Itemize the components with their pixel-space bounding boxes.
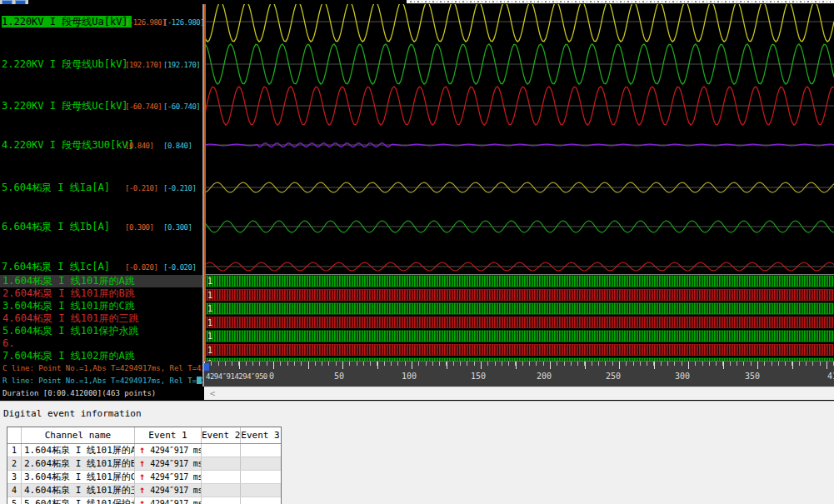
row-index: 1 (7, 444, 22, 457)
digital-channel-row[interactable]: 7.604柘泉 I 线102屏的A跳 (0, 350, 202, 362)
analog-channel-label[interactable]: 1.220KV I 段母线Ua[kV] (2, 16, 132, 27)
analog-channel-value-c: [-0.020] (125, 262, 157, 272)
header-event-2: Event 2 (202, 427, 241, 443)
event-section-title: Digital event information (3, 408, 142, 419)
header-channel-name: Channel name (22, 427, 135, 443)
c-cursor-status: C line: Point No.=1,Abs T=4294917ms, Rel… (0, 363, 202, 374)
analog-channel-value-c: [0.300] (125, 222, 153, 232)
header-index (7, 427, 22, 443)
time-ruler[interactable]: 4294″914294″950 0 50 100 150 200 250 300… (204, 361, 834, 387)
waveform-canvas[interactable]: 1111111 (204, 4, 834, 361)
analog-channel-value-r: [-126.980] (163, 17, 202, 27)
row-event-2 (202, 444, 241, 457)
analog-channel-row[interactable]: 2.220KV I 段母线Ub[kV] [192.170] [192.170] (0, 58, 202, 71)
cursor-position-marker[interactable] (204, 363, 209, 371)
analog-channel-value-c: [-126.980] (125, 17, 166, 27)
event-table-row[interactable]: 1 1.604柘泉 I 线101屏的A跳 ↑4294″917 ms (7, 444, 281, 457)
analog-channel-row[interactable]: 3.220KV I 段母线Uc[kV] [-60.740] [-60.740] (0, 100, 202, 112)
ruler-label: 4294″914294″950 (206, 372, 267, 381)
svg-text:1: 1 (207, 291, 212, 300)
analog-channel-label[interactable]: 3.220KV I 段母线Uc[kV] (2, 100, 128, 112)
row-channel-name: 3.604柘泉 I 线101屏的C跳 (22, 471, 135, 483)
analog-channel-value-r: [-60.740] (163, 102, 200, 112)
analog-channel-row[interactable]: 5.604柘泉 I 线Ia[A] [-0.210] [-0.210] (0, 182, 202, 194)
event-time: 4294″917 ms (150, 497, 202, 504)
row-event-3 (241, 497, 280, 504)
ruler-label: 200 (537, 372, 552, 381)
event-table-row[interactable]: 2 2.604柘泉 I 线101屏的B跳 ↑4294″917 ms (7, 457, 281, 471)
event-table-row[interactable]: 3 3.604柘泉 I 线101屏的C跳 ↑4294″917 ms (7, 471, 281, 484)
ruler-label: 0 (269, 372, 274, 381)
digital-channel-row[interactable]: 1.604柘泉 I 线101屏的A跳 (0, 275, 202, 287)
event-table-row[interactable]: 5 5.604柘泉 I 线101保护永跳 ↑4294″917 ms (7, 497, 281, 504)
event-table-header: Channel name Event 1 Event 2 Event 3 (7, 427, 281, 444)
analog-channel-label[interactable]: 7.604柘泉 I 线Ic[A] (2, 261, 110, 272)
ruler-ticks (204, 362, 834, 370)
rising-edge-icon: ↑ (139, 484, 145, 497)
rising-edge-icon: ↑ (139, 471, 145, 483)
ruler-label: 41 (827, 372, 834, 381)
r-cursor-marker[interactable] (197, 377, 202, 384)
row-index: 5 (7, 497, 22, 504)
row-index: 4 (7, 484, 22, 497)
ruler-label: 150 (471, 372, 486, 381)
analog-channel-row[interactable]: 7.604柘泉 I 线Ic[A] [-0.020] [-0.020] (0, 261, 202, 273)
analog-channel-label[interactable]: 4.220KV I 段母线3U0[kV] (2, 139, 134, 151)
row-index: 2 (7, 457, 22, 470)
event-table-row[interactable]: 4 4.604柘泉 I 线101屏的三跳 ↑4294″917 ms (7, 484, 281, 497)
analog-channel-row[interactable]: 6.604柘泉 I 线Ib[A] [0.300] [0.300] (0, 221, 202, 233)
event-time: 4294″917 ms (150, 484, 202, 497)
row-event-3 (241, 484, 280, 497)
analog-channel-value-r: [192.170] (163, 60, 200, 70)
event-time: 4294″917 ms (150, 471, 202, 483)
row-channel-name: 2.604柘泉 I 线101屏的B跳 (22, 457, 135, 470)
row-event-1: ↑4294″917 ms (135, 497, 202, 504)
row-event-3 (241, 457, 280, 470)
row-event-2 (202, 471, 241, 483)
analog-channel-value-c: [0.840] (125, 141, 153, 151)
analog-channel-value-r: [-0.210] (163, 183, 196, 193)
analog-channel-value-r: [0.300] (163, 222, 192, 232)
digital-channel-row[interactable]: 3.604柘泉 I 线101屏的C跳 (0, 300, 202, 312)
row-event-3 (241, 444, 280, 457)
event-info-section: Digital event information Channel name E… (0, 401, 834, 504)
row-index: 3 (7, 471, 22, 483)
row-event-1: ↑4294″917 ms (135, 471, 202, 483)
analog-channel-label[interactable]: 6.604柘泉 I 线Ib[A] (2, 221, 110, 232)
analog-channel-value-r: [0.840] (163, 141, 192, 151)
analog-channel-value-c: [-0.210] (125, 183, 157, 193)
horizontal-scrollbar[interactable]: < (204, 387, 834, 400)
scroll-left-icon[interactable]: < (206, 388, 219, 399)
digital-channel-row[interactable]: 2.604柘泉 I 线101屏的B跳 (0, 287, 202, 300)
event-time: 4294″917 ms (150, 457, 202, 470)
row-event-2 (202, 484, 241, 497)
analog-channel-value-c: [192.170] (125, 60, 162, 70)
svg-text:1: 1 (207, 304, 212, 313)
rising-edge-icon: ↑ (139, 444, 145, 457)
analog-channel-value-c: [-60.740] (125, 102, 162, 112)
titlebar-clipped-text (407, 0, 834, 3)
svg-text:1: 1 (207, 277, 212, 286)
analog-channel-row[interactable]: 1.220KV I 段母线Ua[kV] [-126.980] [-126.980… (0, 16, 202, 28)
rising-edge-icon: ↑ (139, 497, 145, 504)
digital-channel-row[interactable]: 6. (0, 337, 202, 350)
row-event-1: ↑4294″917 ms (135, 444, 202, 457)
rising-edge-icon: ↑ (139, 457, 145, 470)
ruler-label: 100 (402, 372, 417, 381)
svg-text:1: 1 (207, 346, 212, 355)
header-event-1: Event 1 (135, 427, 202, 443)
event-table: Channel name Event 1 Event 2 Event 3 1 1… (7, 427, 282, 504)
analog-channel-value-r: [-0.020] (163, 262, 196, 272)
row-event-1: ↑4294″917 ms (135, 484, 202, 497)
analog-channel-row[interactable]: 4.220KV I 段母线3U0[kV] [0.840] [0.840] (0, 139, 202, 152)
row-event-2 (202, 457, 241, 470)
fault-oscillography-window: 1.220KV I 段母线Ua[kV] [-126.980] [-126.980… (0, 0, 834, 504)
r-cursor-status: R line: Point No.=1,Abs T=4294917ms, Rel… (0, 376, 202, 387)
row-channel-name: 1.604柘泉 I 线101屏的A跳 (22, 444, 135, 457)
analog-channel-label[interactable]: 5.604柘泉 I 线Ia[A] (2, 182, 110, 193)
header-event-3: Event 3 (241, 427, 280, 443)
digital-channel-row[interactable]: 5.604柘泉 I 线101保护永跳 (0, 325, 202, 337)
analog-channel-label[interactable]: 2.220KV I 段母线Ub[kV] (2, 58, 128, 70)
digital-channel-row[interactable]: 4.604柘泉 I 线101屏的三跳 (0, 312, 202, 325)
channel-list-panel: 1.220KV I 段母线Ua[kV] [-126.980] [-126.980… (0, 4, 202, 401)
